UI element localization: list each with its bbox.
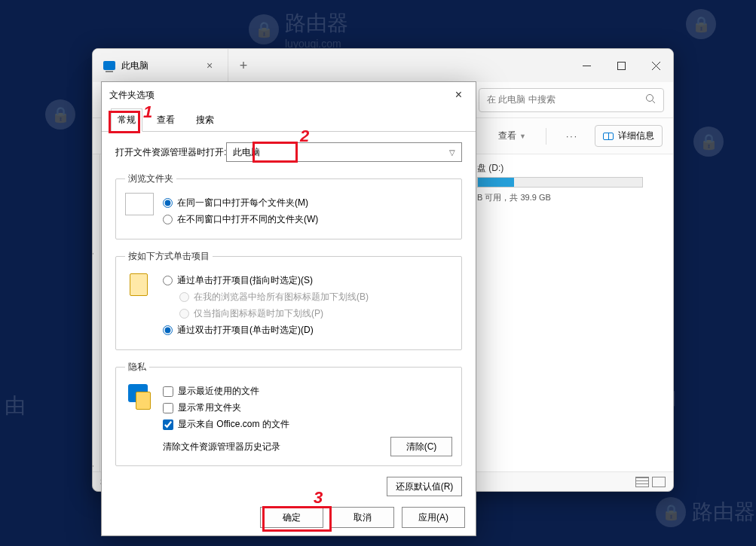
open-target-select[interactable]: 此电脑 ▽	[226, 142, 462, 162]
details-pane-button[interactable]: 详细信息	[595, 125, 663, 147]
more-menu[interactable]: ···	[560, 127, 584, 146]
click-items-group: 按如下方式单击项目 通过单击打开项目(指向时选定)(S) 在我的浏览器中给所有图…	[115, 250, 462, 350]
same-window-radio[interactable]: 在同一窗口中打开每个文件夹(M)	[163, 197, 452, 209]
watermark: 🔒 路由器 luyouqi.com	[249, 9, 348, 50]
lock-icon: 🔒	[693, 127, 724, 157]
click-icon	[125, 270, 154, 300]
show-recent-checkbox[interactable]: 显示最近使用的文件	[163, 385, 452, 398]
view-label: 查看	[498, 130, 516, 142]
search-placeholder: 在 此电脑 中搜索	[487, 93, 556, 106]
dialog-title: 文件夹选项	[109, 89, 155, 102]
tab-title: 此电脑	[121, 59, 194, 72]
open-explorer-row: 打开文件资源管理器时打开: 此电脑 ▽	[115, 142, 462, 162]
details-label: 详细信息	[618, 130, 654, 142]
list-view-icon[interactable]	[635, 477, 649, 487]
lock-icon: 🔒	[686, 9, 716, 39]
click-legend: 按如下方式单击项目	[125, 250, 213, 263]
tab-this-pc[interactable]: 此电脑 ×	[93, 49, 228, 82]
open-value: 此电脑	[233, 146, 260, 159]
double-click-radio[interactable]: 通过双击打开项目(单击时选定)(D)	[163, 324, 452, 337]
ok-button[interactable]: 确定	[260, 507, 323, 528]
restore-defaults-button[interactable]: 还原默认值(R)	[387, 477, 462, 496]
drive-usage-text: B 可用，共 39.9 GB	[477, 192, 551, 203]
new-tab-button[interactable]: +	[228, 49, 259, 82]
svg-point-4	[647, 95, 653, 102]
lock-icon: 🔒	[249, 14, 279, 44]
browse-folders-group: 浏览文件夹 在同一窗口中打开每个文件夹(M) 在不同窗口中打开不同的文件夹(W)	[115, 172, 462, 239]
lock-icon: 🔒	[45, 99, 75, 130]
close-icon[interactable]: ×	[200, 59, 219, 72]
tab-general[interactable]: 常规	[111, 108, 142, 132]
wm-title: 路由器	[692, 500, 755, 523]
clear-label: 清除文件资源管理器历史记录	[163, 441, 390, 453]
watermark: 由	[5, 392, 26, 420]
watermark: 🔒	[686, 9, 716, 39]
minimize-button[interactable]	[569, 49, 604, 82]
show-office-checkbox[interactable]: 显示来自 Office.com 的文件	[163, 418, 452, 431]
wm-title: 路由器	[285, 11, 348, 35]
underline-hover-radio: 仅当指向图标标题时加下划线(P)	[179, 307, 452, 320]
dialog-buttons: 确定 取消 应用(A)	[102, 499, 476, 535]
tab-search[interactable]: 搜索	[189, 108, 221, 132]
watermark: 🔒	[693, 127, 724, 157]
nav-pane: › ›	[93, 154, 100, 471]
search-icon	[645, 93, 656, 106]
maximize-button[interactable]	[604, 49, 638, 82]
restore-row: 还原默认值(R)	[115, 477, 462, 496]
drive-label: 盘 (D:)	[477, 162, 503, 175]
underline-all-radio: 在我的浏览器中给所有图标标题加下划线(B)	[179, 291, 452, 304]
window-controls	[569, 49, 673, 82]
svg-line-5	[653, 101, 656, 104]
privacy-icon	[125, 381, 154, 410]
chevron-right-icon[interactable]: ›	[93, 249, 93, 258]
chevron-right-icon[interactable]: ›	[93, 462, 93, 470]
view-menu[interactable]: 查看 ▼	[492, 125, 532, 147]
grid-view-icon[interactable]	[652, 477, 666, 487]
watermark: 🔒 路由器	[656, 497, 755, 527]
new-window-radio[interactable]: 在不同窗口中打开不同的文件夹(W)	[163, 213, 452, 226]
clear-button[interactable]: 清除(C)	[390, 437, 452, 456]
apply-button[interactable]: 应用(A)	[402, 507, 465, 528]
close-button[interactable]	[638, 49, 673, 82]
browse-legend: 浏览文件夹	[125, 172, 176, 185]
svg-rect-1	[617, 62, 625, 69]
drive-usage-bar	[477, 177, 643, 188]
cancel-button[interactable]: 取消	[331, 507, 394, 528]
separator	[546, 128, 546, 145]
watermark: 🔒	[45, 99, 75, 130]
wm-title: 由	[5, 394, 26, 417]
tab-view[interactable]: 查看	[150, 108, 182, 132]
chevron-down-icon: ▼	[519, 133, 526, 140]
titlebar: 此电脑 × +	[93, 49, 673, 82]
open-label: 打开文件资源管理器时打开:	[115, 146, 226, 159]
pc-icon	[103, 61, 115, 70]
privacy-group: 隐私 显示最近使用的文件 显示常用文件夹 显示来自 Office.com 的文件	[115, 361, 462, 466]
dialog-body: 打开文件资源管理器时打开: 此电脑 ▽ 浏览文件夹 在同一窗口中打开每个文件夹(…	[102, 132, 476, 499]
details-icon	[603, 133, 614, 140]
chevron-down-icon: ▽	[449, 148, 455, 157]
clear-history-row: 清除文件资源管理器历史记录 清除(C)	[163, 437, 452, 456]
show-frequent-checkbox[interactable]: 显示常用文件夹	[163, 401, 452, 414]
single-click-radio[interactable]: 通过单击打开项目(指向时选定)(S)	[163, 274, 452, 287]
privacy-legend: 隐私	[125, 361, 149, 374]
folder-options-dialog: 文件夹选项 × 常规 查看 搜索 打开文件资源管理器时打开: 此电脑 ▽ 浏览文…	[101, 81, 476, 536]
lock-icon: 🔒	[656, 497, 686, 527]
dialog-titlebar: 文件夹选项 ×	[102, 82, 476, 108]
search-input[interactable]: 在 此电脑 中搜索	[479, 88, 664, 112]
dialog-tabs: 常规 查看 搜索	[102, 108, 476, 132]
folder-icon	[125, 193, 154, 215]
close-button[interactable]: ×	[449, 85, 468, 105]
